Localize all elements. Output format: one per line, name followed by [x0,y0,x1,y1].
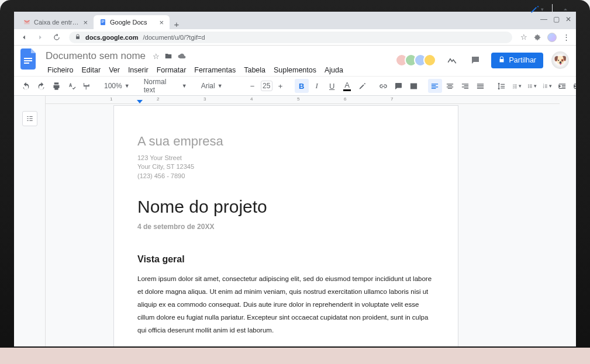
svg-point-9 [528,87,529,88]
print-icon[interactable] [49,79,63,93]
numbered-list-icon[interactable]: 123▾ [540,79,554,93]
cloud-status-icon[interactable] [177,52,187,61]
browser-urlbar: docs.google.com/document/u/0/?tgif=d ☆ ⋮ [14,29,576,46]
close-icon[interactable]: × [83,18,88,27]
docs-logo[interactable] [19,49,39,69]
reload-icon[interactable] [53,33,61,41]
paint-format-icon[interactable] [80,79,94,93]
ruler-tick: 1 [110,96,112,102]
spellcheck-icon[interactable] [64,79,78,93]
checklist-icon[interactable]: ▾ [510,79,524,93]
profile-avatar[interactable] [547,33,557,42]
company-name[interactable]: A sua empresa [137,134,434,149]
indent-increase-icon[interactable] [571,79,576,93]
address-line[interactable]: (123) 456 - 7890 [137,172,434,181]
left-margin-marker[interactable] [137,100,143,103]
document-date[interactable]: 4 de setembro de 20XX [137,223,434,231]
close-icon[interactable]: × [159,18,164,27]
browser-window: Caixa de entrada (8) × Google Docs × + —… [14,12,576,346]
menu-format[interactable]: Formatar [154,64,189,76]
align-left-icon[interactable] [428,79,442,93]
share-label: Partilhar [509,56,536,64]
font-select[interactable]: Arial▼ [198,82,239,90]
formatting-toolbar: 100%▼ Normal text▼ Arial▼ − 25 + B I U A… [14,76,576,96]
collapse-toolbar-icon[interactable] [558,12,572,16]
indent-decrease-icon[interactable] [556,79,570,93]
browser-tab-docs[interactable]: Google Docs × [94,15,170,29]
insert-comment-icon[interactable] [392,79,406,93]
menu-table[interactable]: Tabela [241,64,268,76]
editing-mode-button[interactable]: ▾ [527,12,546,16]
svg-rect-1 [102,20,105,21]
align-right-icon[interactable] [458,79,472,93]
redo-icon[interactable] [34,79,48,93]
align-center-icon[interactable] [443,79,457,93]
menu-insert[interactable]: Inserir [125,64,151,76]
document-page[interactable]: A sua empresa 123 Your Street Your City,… [113,105,458,346]
collaborator-avatars[interactable] [399,54,436,67]
activity-icon[interactable] [444,53,460,67]
text-color-button[interactable]: A [340,79,354,93]
menu-edit[interactable]: Editar [78,64,103,76]
align-justify-icon[interactable] [474,79,488,93]
italic-button[interactable]: I [310,79,324,93]
vertical-ruler[interactable] [37,96,46,346]
browser-tab-gmail[interactable]: Caixa de entrada (8) × [18,15,94,29]
star-icon[interactable]: ☆ [153,52,160,61]
ruler-tick: 5 [297,96,299,102]
address-line[interactable]: Your City, ST 12345 [137,162,434,171]
comments-icon[interactable] [468,53,483,67]
document-title-input[interactable]: Documento sem nome [44,49,147,63]
minimize-icon[interactable]: — [540,15,547,23]
back-icon[interactable] [20,33,28,41]
maximize-icon[interactable]: ▢ [553,15,560,23]
menu-tools[interactable]: Ferramentas [191,64,239,76]
lock-icon [75,34,81,41]
svg-rect-6 [24,63,29,64]
url-host: docs.google.com [85,34,138,41]
document-canvas: 1 2 3 4 5 6 7 A sua empresa 123 Your Str… [14,96,576,346]
section-heading[interactable]: Vista geral [137,254,434,265]
undo-icon[interactable] [19,79,33,93]
menu-help[interactable]: Ajuda [322,64,346,76]
insert-link-icon[interactable] [377,79,391,93]
menu-addons[interactable]: Suplementos [271,64,319,76]
paragraph-style-select[interactable]: Normal text▼ [140,78,191,94]
svg-rect-4 [24,58,32,59]
gmail-icon [23,19,30,26]
bookmark-icon[interactable]: ☆ [520,33,527,41]
highlight-button[interactable] [356,79,370,93]
ruler-tick: 2 [157,96,159,102]
move-icon[interactable] [164,52,172,61]
tab-title: Caixa de entrada (8) [34,19,80,26]
project-title[interactable]: Nome do projeto [137,197,434,217]
ruler-tick: 6 [344,96,346,102]
horizontal-ruler[interactable]: 1 2 3 4 5 6 7 [46,96,560,104]
laptop-frame: Caixa de entrada (8) × Google Docs × + —… [0,0,590,364]
lock-icon [498,56,505,65]
address-line[interactable]: 123 Your Street [137,154,434,162]
zoom-select[interactable]: 100%▼ [101,82,133,90]
bold-button[interactable]: B [295,79,309,93]
underline-button[interactable]: U [325,79,339,93]
extensions-icon[interactable] [533,33,541,41]
font-size-increase[interactable]: + [274,79,288,93]
account-avatar[interactable]: 🐶 [551,51,569,69]
close-icon[interactable]: ✕ [565,15,571,23]
url-input[interactable]: docs.google.com/document/u/0/?tgif=d [69,32,512,43]
body-paragraph[interactable]: Lorem ipsum dolor sit amet, consectetur … [137,273,434,337]
new-tab-button[interactable]: + [170,19,184,29]
browser-tabstrip: Caixa de entrada (8) × Google Docs × + —… [14,12,576,29]
font-size-input[interactable]: 25 [261,81,272,91]
browser-menu-icon[interactable]: ⋮ [563,33,570,41]
share-button[interactable]: Partilhar [491,53,543,68]
outline-toggle-button[interactable] [22,111,37,126]
font-size-decrease[interactable]: − [246,79,260,93]
menu-file[interactable]: Ficheiro [44,64,76,76]
docs-header: Documento sem nome ☆ Ficheiro Editar Ver… [14,46,576,76]
svg-point-8 [528,85,529,86]
line-spacing-icon[interactable] [495,79,509,93]
insert-image-icon[interactable] [407,79,421,93]
bulleted-list-icon[interactable]: ▾ [525,79,539,93]
menu-view[interactable]: Ver [106,64,123,76]
